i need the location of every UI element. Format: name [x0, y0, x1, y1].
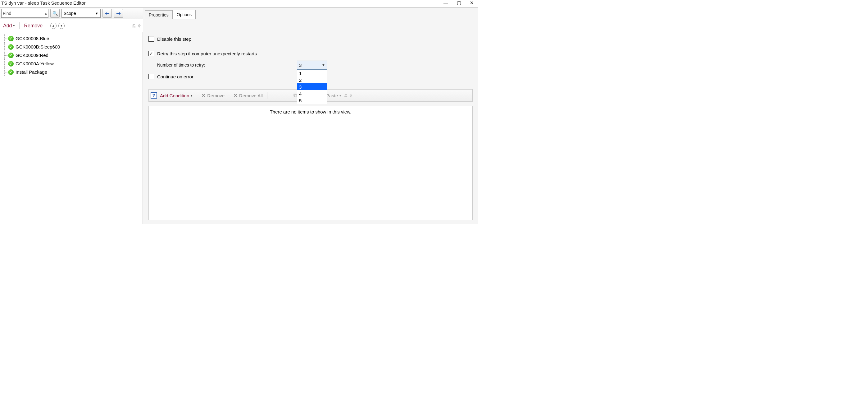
conditions-list: There are no items to show in this view. — [149, 106, 473, 220]
success-icon: ✓ — [8, 69, 14, 75]
minimize-button[interactable]: — — [443, 0, 448, 6]
expand-all-icon[interactable]: ▼ — [58, 23, 65, 29]
collapse-all-icon[interactable]: ▲ — [50, 23, 57, 29]
add-condition-button[interactable]: Add Condition ▾ — [159, 92, 194, 99]
chevron-down-icon: ▾ — [339, 93, 341, 97]
ungroup-icon[interactable]: ⎌ — [344, 93, 347, 98]
tab-options[interactable]: Options — [173, 10, 196, 19]
separator — [229, 92, 229, 99]
retry-option[interactable]: 3 — [297, 83, 327, 90]
tree-item[interactable]: ✓ GCK00009:Red — [1, 51, 142, 59]
success-icon: ✓ — [8, 44, 14, 50]
find-input[interactable]: Find x — [1, 9, 49, 18]
chevron-down-icon: ▼ — [95, 11, 98, 15]
remove-step-button[interactable]: Remove — [23, 22, 44, 29]
continue-on-error-checkbox[interactable] — [149, 74, 154, 79]
retry-count-dropdown[interactable]: 3 ▼ 1 2 3 4 5 — [297, 61, 327, 69]
retry-count-label: Number of times to retry: — [157, 62, 287, 67]
success-icon: ✓ — [8, 36, 14, 41]
tree-item[interactable]: ✓ GCK0000B:Sleep600 — [1, 43, 142, 51]
x-icon: ✕ — [202, 93, 206, 98]
separator — [19, 22, 20, 29]
window: TS dyn var - sleep Task Sequence Editor … — [0, 0, 478, 224]
ungroup-icon[interactable]: ⎌ — [132, 22, 136, 29]
search-icon: 🔍 — [53, 11, 58, 16]
tab-properties[interactable]: Properties — [145, 10, 173, 19]
find-toolbar: Find x 🔍 Scope ▼ ⬅ ➡ — [0, 7, 143, 19]
sequence-tree: ✓ GCK00008:Blue ✓ GCK0000B:Sleep600 ✓ GC… — [0, 32, 143, 224]
options-panel: Disable this step ✓ Retry this step if c… — [143, 32, 478, 224]
chevron-down-icon: ▾ — [191, 93, 192, 97]
disable-step-checkbox[interactable] — [149, 36, 154, 42]
retry-step-checkbox[interactable]: ✓ — [149, 51, 154, 56]
separator — [149, 46, 473, 46]
titlebar: TS dyn var - sleep Task Sequence Editor … — [0, 0, 478, 7]
group-icon[interactable]: ⎀ — [349, 93, 352, 98]
success-icon: ✓ — [8, 61, 14, 66]
success-icon: ✓ — [8, 53, 14, 58]
separator — [197, 92, 197, 99]
disable-step-label: Disable this step — [157, 36, 191, 42]
arrow-left-icon: ⬅ — [105, 10, 110, 17]
retry-count-list: 1 2 3 4 5 — [297, 69, 327, 104]
retry-option[interactable]: 5 — [297, 97, 327, 104]
tree-item-label: GCK0000B:Sleep600 — [16, 44, 60, 50]
find-clear-button[interactable]: x — [45, 11, 47, 16]
maximize-button[interactable]: ▢ — [457, 0, 461, 6]
copy-icon: ⧉ — [293, 93, 297, 98]
remove-condition-button[interactable]: ✕ Remove — [200, 92, 226, 99]
scope-label: Scope — [64, 11, 76, 16]
search-button[interactable]: 🔍 — [50, 9, 60, 18]
nav-forward-button[interactable]: ➡ — [114, 9, 123, 18]
separator — [267, 92, 268, 99]
window-controls: — ▢ ✕ — [443, 0, 476, 6]
chevron-down-icon: ▼ — [322, 63, 325, 67]
close-button[interactable]: ✕ — [470, 0, 474, 6]
tree-item[interactable]: ✓ GCK00008:Blue — [1, 34, 142, 43]
scope-dropdown[interactable]: Scope ▼ — [61, 9, 101, 18]
tree-item-label: Install Package — [16, 69, 47, 75]
retry-count-value: 3 — [299, 62, 302, 68]
retry-option[interactable]: 2 — [297, 77, 327, 83]
retry-step-row: ✓ Retry this step if computer unexpected… — [149, 51, 473, 56]
help-icon[interactable]: ? — [151, 92, 157, 98]
arrow-right-icon: ➡ — [116, 10, 121, 17]
tree-item-label: GCK0000A:Yellow — [16, 61, 54, 66]
retry-step-label: Retry this step if computer unexpectedly… — [157, 51, 257, 56]
tab-bar: Properties Options — [143, 7, 478, 19]
group-icon[interactable]: ⎀ — [137, 22, 141, 29]
tree-toolbar: Add ▾ Remove ▲ ▼ ⎌ ⎀ — [0, 19, 143, 32]
retry-option[interactable]: 1 — [297, 69, 327, 77]
tree-item[interactable]: ✓ GCK0000A:Yellow — [1, 59, 142, 68]
tree-item[interactable]: ✓ Install Package — [1, 68, 142, 76]
conditions-empty-text: There are no items to show in this view. — [270, 109, 351, 220]
remove-all-conditions-button[interactable]: ✕ Remove All — [232, 92, 264, 99]
separator — [47, 22, 47, 29]
x-icon: ✕ — [234, 93, 238, 98]
nav-back-button[interactable]: ⬅ — [102, 9, 112, 18]
retry-count-row: Number of times to retry: 3 ▼ 1 2 3 4 5 — [157, 61, 473, 69]
add-step-button[interactable]: Add ▾ — [2, 22, 16, 29]
find-placeholder: Find — [3, 11, 11, 16]
chevron-down-icon: ▾ — [13, 24, 15, 28]
window-title: TS dyn var - sleep Task Sequence Editor — [1, 0, 86, 6]
disable-step-row: Disable this step — [149, 36, 473, 42]
tree-item-label: GCK00008:Blue — [16, 36, 49, 41]
continue-on-error-label: Continue on error — [157, 74, 193, 79]
tree-item-label: GCK00009:Red — [16, 53, 49, 58]
retry-option[interactable]: 4 — [297, 90, 327, 97]
